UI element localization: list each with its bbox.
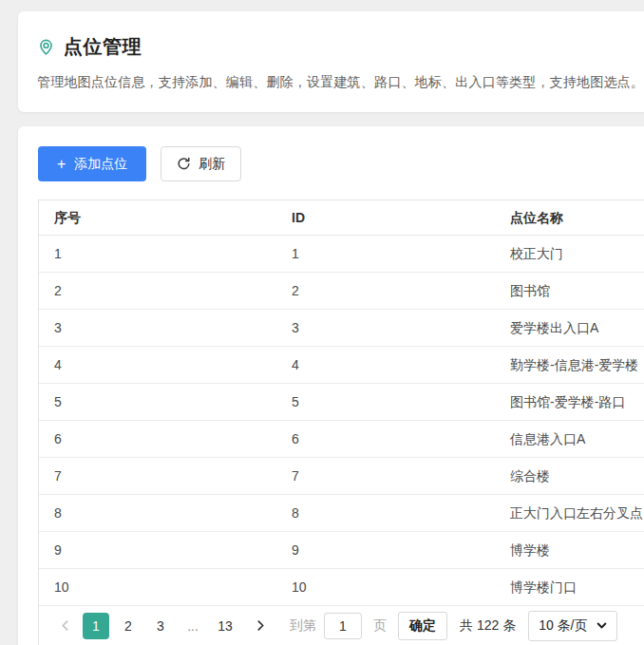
pagination: 123...13 到第 页 确定 共 122 条 10 条/页 xyxy=(39,606,644,645)
cell-index: 7 xyxy=(39,458,276,495)
cell-id: 10 xyxy=(276,569,495,606)
table-row: 55图书馆-爱学楼-路口 xyxy=(39,384,644,421)
cell-id: 3 xyxy=(276,310,495,347)
refresh-icon xyxy=(177,157,191,171)
cell-index: 3 xyxy=(39,310,276,347)
table-header-row: 序号 ID 点位名称 xyxy=(39,200,644,236)
page: 点位管理 管理地图点位信息，支持添加、编辑、删除，设置建筑、路口、地标、出入口等… xyxy=(0,0,644,645)
cell-index: 5 xyxy=(39,384,276,421)
title-row: 点位管理 xyxy=(37,34,644,60)
table-row: 11校正大门 xyxy=(39,236,644,273)
cell-name: 校正大门 xyxy=(495,236,644,273)
cell-id: 4 xyxy=(276,347,495,384)
cell-name: 信息港入口A xyxy=(495,421,644,458)
cell-id: 8 xyxy=(276,495,495,532)
cell-index: 9 xyxy=(39,532,276,569)
content-card: + 添加点位 刷新 序号 ID xyxy=(18,126,644,645)
cell-id: 6 xyxy=(276,421,495,458)
toolbar: + 添加点位 刷新 xyxy=(38,146,644,181)
plus-icon: + xyxy=(57,157,66,172)
header-card: 点位管理 管理地图点位信息，支持添加、编辑、删除，设置建筑、路口、地标、出入口等… xyxy=(18,11,644,112)
cell-name: 图书馆 xyxy=(495,273,644,310)
refresh-label: 刷新 xyxy=(199,156,225,173)
page-unit-label: 页 xyxy=(373,617,387,635)
page-ellipsis: ... xyxy=(180,613,206,639)
add-point-button[interactable]: + 添加点位 xyxy=(38,146,146,181)
page-size-value: 10 条/页 xyxy=(539,617,587,635)
cell-id: 1 xyxy=(276,236,495,273)
cell-name: 博学楼 xyxy=(495,532,644,569)
cell-index: 6 xyxy=(39,421,276,458)
table-row: 1010博学楼门口 xyxy=(39,569,644,606)
cell-name: 爱学楼出入口A xyxy=(495,310,644,347)
page-title: 点位管理 xyxy=(64,34,142,60)
page-button-13[interactable]: 13 xyxy=(212,613,238,639)
cell-name: 综合楼 xyxy=(495,458,644,495)
cell-index: 8 xyxy=(39,495,276,532)
points-table: 序号 ID 点位名称 11校正大门22图书馆33爱学楼出入口A44勤学楼-信息港… xyxy=(38,199,644,645)
page-button-3[interactable]: 3 xyxy=(147,613,174,639)
table-row: 77综合楼 xyxy=(39,458,644,495)
cell-id: 9 xyxy=(276,532,495,569)
next-page-button[interactable] xyxy=(248,613,273,639)
cell-id: 7 xyxy=(276,458,495,495)
table-row: 88正大门入口左右分叉点 xyxy=(39,495,644,532)
table-row: 99博学楼 xyxy=(39,532,644,569)
page-description: 管理地图点位信息，支持添加、编辑、删除，设置建筑、路口、地标、出入口等类型，支持… xyxy=(37,74,644,91)
add-point-label: 添加点位 xyxy=(74,156,127,173)
cell-id: 5 xyxy=(276,384,495,421)
table-row: 33爱学楼出入口A xyxy=(39,310,644,347)
goto-page-input[interactable] xyxy=(324,613,362,639)
cell-name: 图书馆-爱学楼-路口 xyxy=(495,384,644,421)
cell-index: 4 xyxy=(39,347,276,384)
cell-index: 1 xyxy=(39,236,276,273)
table-row: 66信息港入口A xyxy=(39,421,644,458)
chevron-down-icon xyxy=(597,620,607,631)
cell-name: 勤学楼-信息港-爱学楼 xyxy=(495,347,644,384)
cell-name: 博学楼门口 xyxy=(495,569,644,606)
location-pin-icon xyxy=(37,38,55,56)
cell-name: 正大门入口左右分叉点 xyxy=(495,495,644,532)
table-row: 44勤学楼-信息港-爱学楼 xyxy=(39,347,644,384)
total-count: 共 122 条 xyxy=(460,617,516,635)
column-header-index: 序号 xyxy=(39,200,276,236)
table-row: 22图书馆 xyxy=(39,273,644,310)
cell-id: 2 xyxy=(276,273,495,310)
confirm-button[interactable]: 确定 xyxy=(398,612,447,640)
cell-index: 2 xyxy=(39,273,276,310)
page-size-select[interactable]: 10 条/页 xyxy=(528,611,616,641)
cell-index: 10 xyxy=(39,569,276,606)
column-header-name: 点位名称 xyxy=(495,200,644,236)
page-button-2[interactable]: 2 xyxy=(115,613,142,639)
prev-page-button[interactable] xyxy=(52,613,77,639)
page-button-1[interactable]: 1 xyxy=(83,613,109,639)
goto-label: 到第 xyxy=(290,617,316,635)
column-header-id: ID xyxy=(276,200,495,236)
refresh-button[interactable]: 刷新 xyxy=(161,146,241,181)
